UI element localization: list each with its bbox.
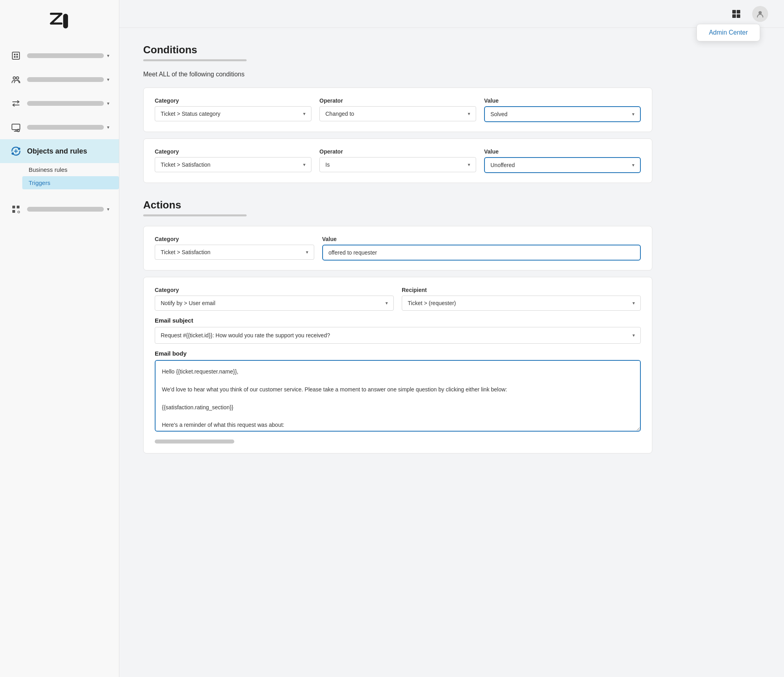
action-2-category-select[interactable]: Notify by > User email ▾ <box>155 296 394 311</box>
svg-rect-15 <box>732 10 736 14</box>
condition-1-category-select[interactable]: Ticket > Status category ▾ <box>155 106 311 121</box>
action-1-category-label: Category <box>155 236 314 242</box>
condition-row-1: Category Ticket > Status category ▾ Oper… <box>155 97 641 122</box>
sidebar-item-people-label <box>27 77 104 82</box>
svg-rect-2 <box>16 54 18 55</box>
admin-center-link[interactable]: Admin Center <box>709 29 748 36</box>
user-avatar-button[interactable] <box>752 6 768 22</box>
action-2-recipient-group: Recipient Ticket > (requester) ▾ <box>402 287 641 311</box>
chevron-down-icon: ▾ <box>107 77 109 82</box>
condition-1-value: Solved <box>490 111 508 117</box>
sidebar-item-building-label <box>27 53 104 58</box>
sidebar-navigation: ▾ ▾ ▾ ▾ <box>0 44 119 221</box>
sidebar-item-monitor-label <box>27 125 104 130</box>
action-1-category-select[interactable]: Ticket > Satisfaction ▾ <box>155 245 314 260</box>
logo <box>44 8 76 32</box>
svg-point-6 <box>16 77 19 79</box>
conditions-title: Conditions <box>143 44 652 56</box>
condition-2-value: Unoffered <box>490 162 515 168</box>
grid-apps-button[interactable] <box>728 6 744 22</box>
condition-2-category-label: Category <box>155 148 311 155</box>
sub-nav-triggers[interactable]: Triggers <box>22 176 119 189</box>
email-section: Email subject Request #{{ticket.id}}: Ho… <box>155 317 641 433</box>
action-2-category-group: Category Notify by > User email ▾ <box>155 287 394 311</box>
condition-1-operator-value: Changed to <box>325 111 354 117</box>
action-2-recipient-label: Recipient <box>402 287 641 293</box>
zendesk-logo-svg <box>46 10 74 30</box>
email-subject-value: Request #{{ticket.id}}: How would you ra… <box>161 332 330 338</box>
chevron-down-icon: ▾ <box>303 111 305 117</box>
chevron-down-icon: ▾ <box>107 101 109 106</box>
sub-nav-business-rules[interactable]: Business rules <box>22 163 119 176</box>
chevron-down-icon: ▾ <box>107 53 109 58</box>
svg-rect-11 <box>12 206 15 208</box>
action-2-recipient-select[interactable]: Ticket > (requester) ▾ <box>402 296 641 311</box>
condition-1-value-select[interactable]: Solved ▾ <box>484 106 641 122</box>
svg-rect-1 <box>14 54 16 55</box>
action-row-2: Category Notify by > User email ▾ Recipi… <box>155 287 641 311</box>
condition-2-operator-label: Operator <box>319 148 476 155</box>
email-subject-select[interactable]: Request #{{ticket.id}}: How would you ra… <box>155 327 641 344</box>
action-2-category-value: Notify by > User email <box>161 300 215 306</box>
svg-rect-4 <box>16 56 18 58</box>
svg-rect-17 <box>732 14 736 18</box>
main-content: Admin Center Conditions Meet ALL of the … <box>119 0 784 677</box>
page-content: Conditions Meet ALL of the following con… <box>119 28 676 476</box>
monitor-icon <box>10 121 22 134</box>
chevron-down-icon: ▾ <box>468 111 470 117</box>
sidebar: ▾ ▾ ▾ ▾ <box>0 0 119 677</box>
sidebar-item-arrows-label <box>27 101 104 106</box>
condition-card-1: Category Ticket > Status category ▾ Oper… <box>143 88 652 132</box>
svg-point-5 <box>13 77 16 79</box>
conditions-section: Conditions Meet ALL of the following con… <box>143 44 652 183</box>
condition-2-value-group: Value Unoffered ▾ <box>484 148 641 173</box>
people-icon <box>10 73 22 86</box>
svg-rect-16 <box>737 10 740 14</box>
email-body-textarea[interactable]: Hello {{ticket.requester.name}}, We'd lo… <box>155 360 641 432</box>
action-1-value-group: Value <box>322 236 641 261</box>
apps-icon <box>10 203 22 216</box>
arrows-icon <box>10 97 22 110</box>
condition-1-category-value: Ticket > Status category <box>161 111 220 117</box>
action-card-1: Category Ticket > Satisfaction ▾ Value <box>143 226 652 270</box>
action-1-value-input[interactable] <box>322 245 641 261</box>
chevron-down-icon: ▾ <box>632 162 634 168</box>
action-card-2: Category Notify by > User email ▾ Recipi… <box>143 277 652 453</box>
actions-title: Actions <box>143 199 652 211</box>
svg-rect-0 <box>12 52 19 59</box>
svg-rect-12 <box>17 206 19 208</box>
chevron-down-icon: ▾ <box>306 249 308 255</box>
sidebar-item-monitor[interactable]: ▾ <box>0 115 119 139</box>
email-subject-label: Email subject <box>155 317 641 324</box>
condition-2-category-group: Category Ticket > Satisfaction ▾ <box>155 148 311 172</box>
sidebar-item-arrows[interactable]: ▾ <box>0 91 119 115</box>
condition-2-value-select[interactable]: Unoffered ▾ <box>484 157 641 173</box>
sidebar-item-apps-label <box>27 207 104 212</box>
condition-1-category-label: Category <box>155 97 311 104</box>
condition-2-category-select[interactable]: Ticket > Satisfaction ▾ <box>155 157 311 172</box>
condition-2-operator-select[interactable]: Is ▾ <box>319 157 476 172</box>
sidebar-item-people[interactable]: ▾ <box>0 68 119 91</box>
chevron-down-icon: ▾ <box>632 300 635 306</box>
chevron-down-icon: ▾ <box>468 162 470 167</box>
svg-rect-7 <box>12 124 20 130</box>
sub-navigation: Business rules Triggers <box>0 163 119 189</box>
admin-center-dropdown: Admin Center <box>696 24 760 41</box>
topbar: Admin Center <box>119 0 784 28</box>
chevron-down-icon: ▾ <box>107 206 109 212</box>
svg-rect-18 <box>737 14 740 18</box>
condition-1-operator-label: Operator <box>319 97 476 104</box>
sidebar-item-building[interactable]: ▾ <box>0 44 119 68</box>
condition-2-value-label: Value <box>484 148 641 155</box>
email-body-label: Email body <box>155 350 641 357</box>
objects-icon <box>10 145 22 158</box>
condition-1-value-group: Value Solved ▾ <box>484 97 641 122</box>
sidebar-item-objects[interactable]: Objects and rules <box>0 139 119 163</box>
condition-2-category-value: Ticket > Satisfaction <box>161 161 210 168</box>
action-2-recipient-value: Ticket > (requester) <box>408 300 456 306</box>
sidebar-item-objects-label: Objects and rules <box>27 147 87 156</box>
conditions-bar <box>143 59 247 61</box>
condition-row-2: Category Ticket > Satisfaction ▾ Operato… <box>155 148 641 173</box>
sidebar-item-apps[interactable]: ▾ <box>0 197 119 221</box>
condition-1-operator-select[interactable]: Changed to ▾ <box>319 106 476 121</box>
